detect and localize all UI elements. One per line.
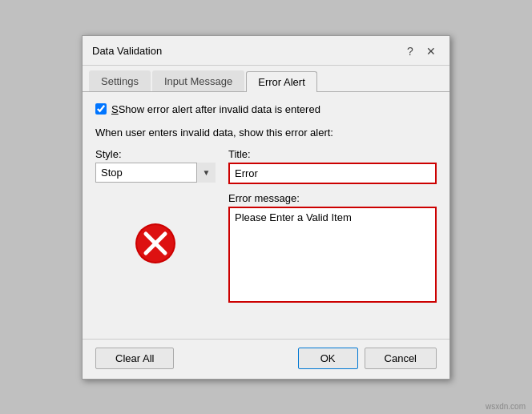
close-button[interactable]: ✕	[422, 42, 440, 60]
cancel-button[interactable]: Cancel	[365, 348, 437, 369]
style-select-wrapper: Stop Warning Information ▼	[95, 163, 216, 183]
style-select[interactable]: Stop Warning Information	[95, 163, 216, 183]
ok-button[interactable]: OK	[298, 348, 358, 369]
show-error-alert-checkbox[interactable]	[95, 103, 107, 115]
right-panel: Title: Error message: Please Enter a Val…	[228, 148, 437, 313]
message-field-group: Error message: Please Enter a Valid Item	[228, 192, 437, 305]
title-field-group: Title:	[228, 148, 437, 184]
clear-all-button[interactable]: Clear All	[95, 348, 174, 369]
tab-input-message[interactable]: Input Message	[152, 70, 244, 91]
dialog-content: SShow error alert after invalid data is …	[83, 92, 449, 339]
title-bar-left: Data Validation	[92, 45, 162, 57]
message-label: Error message:	[228, 192, 437, 204]
dialog-title: Data Validation	[92, 45, 162, 57]
watermark: wsxdn.com	[486, 402, 526, 411]
left-panel: Style: Stop Warning Information ▼	[95, 148, 216, 313]
form-area: Style: Stop Warning Information ▼	[95, 148, 437, 313]
stop-error-icon	[135, 223, 176, 264]
checkbox-row: SShow error alert after invalid data is …	[95, 103, 437, 115]
title-bar: Data Validation ? ✕	[83, 36, 449, 66]
footer-right-buttons: OK Cancel	[298, 348, 437, 369]
tabs-container: Settings Input Message Error Alert	[83, 66, 449, 92]
title-input[interactable]	[228, 163, 437, 184]
tab-error-alert[interactable]: Error Alert	[246, 71, 317, 92]
error-message-textarea[interactable]: Please Enter a Valid Item	[228, 207, 437, 303]
tab-settings[interactable]: Settings	[89, 70, 151, 91]
title-bar-right: ? ✕	[401, 42, 440, 60]
style-label: Style:	[95, 148, 216, 160]
data-validation-dialog: Data Validation ? ✕ Settings Input Messa…	[82, 35, 450, 380]
checkbox-label: SShow error alert after invalid data is …	[111, 103, 320, 115]
help-button[interactable]: ?	[401, 42, 419, 60]
description-text: When user enters invalid data, show this…	[95, 127, 437, 139]
footer: Clear All OK Cancel	[83, 339, 449, 379]
title-label: Title:	[228, 148, 437, 160]
icon-area	[95, 223, 216, 264]
